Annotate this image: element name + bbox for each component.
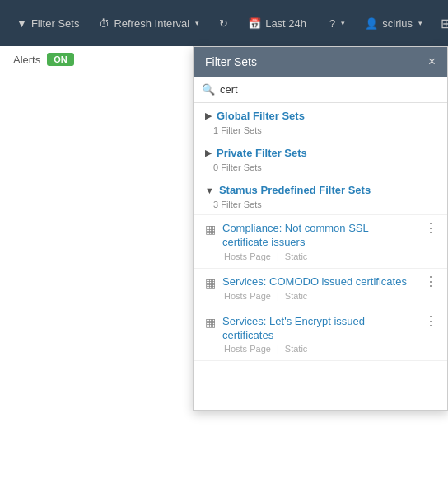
alerts-label: Alerts [13, 54, 40, 66]
main-area: Alerts ON Filter Sets × 🔍 ▶ Global Filte… [0, 46, 448, 493]
filter-item-content-0: Compliance: Not common SSL certificate i… [222, 222, 416, 261]
filter-item-page-0: Hosts Page [224, 251, 271, 261]
filter-item-page-1: Hosts Page [224, 291, 271, 301]
global-section-title: Global Filter Sets [217, 110, 305, 122]
global-filter-sets-section[interactable]: ▶ Global Filter Sets [194, 103, 447, 124]
private-filter-sets-section[interactable]: ▶ Private Filter Sets [194, 140, 447, 161]
filter-item-meta-0: Hosts Page | Static [222, 251, 416, 261]
clock-icon: ⏱ [99, 17, 110, 30]
filter-item-menu-2[interactable]: ⋮ [422, 315, 439, 328]
help-nav-item[interactable]: ? ▾ [321, 12, 353, 35]
filter-sets-nav-item[interactable]: ▼ Filter Sets [8, 12, 87, 35]
panel-title: Filter Sets [205, 55, 257, 68]
filter-item-menu-1[interactable]: ⋮ [422, 275, 439, 289]
filter-item-comodo: ▦ Services: COMODO issued certificates H… [194, 268, 447, 308]
filter-item-content-1: Services: COMODO issued certificates Hos… [222, 275, 416, 301]
refresh-button[interactable]: ↻ [211, 12, 236, 35]
help-caret-icon: ▾ [341, 19, 345, 27]
grid-nav-item[interactable]: ⊞ [434, 11, 448, 36]
panel-footer [194, 360, 447, 410]
help-icon: ? [329, 17, 335, 30]
panel-search: 🔍 [194, 77, 447, 103]
private-section-title: Private Filter Sets [217, 147, 307, 159]
stamus-section-title: Stamus Predefined Filter Sets [219, 184, 371, 196]
user-label: scirius [382, 17, 413, 30]
filter-icon: ▼ [16, 17, 27, 30]
refresh-icon: ↻ [219, 17, 228, 30]
filter-item-type-1: Static [285, 291, 308, 301]
last-timerange-nav-item[interactable]: 📅 Last 24h [240, 12, 315, 35]
user-nav-item[interactable]: 👤 scirius ▾ [357, 12, 431, 35]
filter-item-page-2: Hosts Page [224, 344, 271, 354]
filter-item-icon-2: ▦ [205, 316, 216, 329]
refresh-interval-nav-item[interactable]: ⏱ Refresh Interval ▾ [91, 12, 208, 35]
filter-item-name-1[interactable]: Services: COMODO issued certificates [222, 275, 416, 289]
private-section-count: 0 Filter Sets [194, 161, 447, 177]
filter-item-type-2: Static [285, 344, 308, 354]
panel-close-button[interactable]: × [428, 55, 436, 68]
filter-item-menu-0[interactable]: ⋮ [422, 222, 439, 235]
grid-icon: ⊞ [441, 16, 448, 31]
global-section-count: 1 Filter Sets [194, 124, 447, 140]
filter-sets-label: Filter Sets [31, 17, 80, 30]
filter-sets-panel: Filter Sets × 🔍 ▶ Global Filter Sets 1 F… [193, 46, 448, 411]
search-input[interactable] [220, 83, 439, 96]
stamus-section-count: 3 Filter Sets [194, 198, 447, 214]
filter-item-icon-1: ▦ [205, 276, 216, 289]
private-section-caret-icon: ▶ [205, 148, 212, 158]
filter-item-name-0[interactable]: Compliance: Not common SSL certificate i… [222, 222, 416, 250]
filter-item-meta-2: Hosts Page | Static [222, 344, 416, 354]
navbar: ▼ Filter Sets ⏱ Refresh Interval ▾ ↻ 📅 L… [0, 0, 448, 46]
search-icon: 🔍 [202, 83, 215, 96]
user-caret-icon: ▾ [418, 19, 422, 27]
stamus-section-caret-icon: ▼ [205, 185, 214, 195]
refresh-interval-caret-icon: ▾ [195, 19, 199, 27]
filter-item-name-2[interactable]: Services: Let's Encrypt issued certifica… [222, 315, 416, 343]
user-icon: 👤 [365, 17, 378, 30]
calendar-icon: 📅 [248, 17, 261, 30]
panel-header: Filter Sets × [194, 47, 447, 77]
refresh-interval-label: Refresh Interval [114, 17, 189, 30]
alerts-toggle[interactable]: ON [47, 53, 74, 66]
filter-item-content-2: Services: Let's Encrypt issued certifica… [222, 315, 416, 354]
last-label: Last 24h [265, 17, 306, 30]
filter-item-letsencrypt: ▦ Services: Let's Encrypt issued certifi… [194, 308, 447, 361]
filter-item-compliance-ssl: ▦ Compliance: Not common SSL certificate… [194, 214, 447, 268]
stamus-filter-sets-section[interactable]: ▼ Stamus Predefined Filter Sets [194, 177, 447, 198]
filter-item-meta-1: Hosts Page | Static [222, 291, 416, 301]
filter-item-icon-0: ▦ [205, 223, 216, 236]
filter-item-type-0: Static [285, 251, 308, 261]
global-section-caret-icon: ▶ [205, 110, 212, 121]
